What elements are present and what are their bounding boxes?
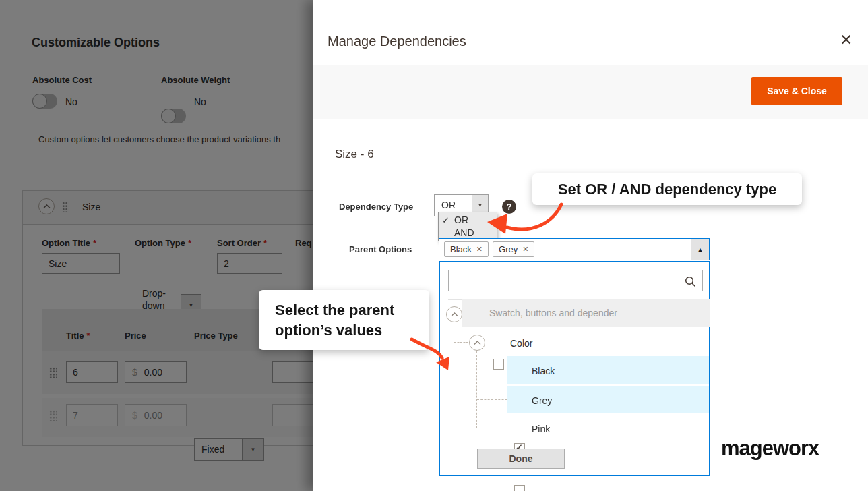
tree-connector	[477, 370, 511, 370]
group-row-swatch: Swatch, buttons and depender	[462, 299, 710, 327]
col-title-header: Title*	[66, 330, 90, 341]
divider	[448, 442, 702, 442]
page-title: Customizable Options	[32, 36, 160, 50]
option-card-title: Size	[82, 202, 100, 212]
menu-item-or[interactable]: ✓ OR	[439, 214, 497, 227]
sort-order-label: Sort Order*	[217, 238, 267, 248]
option-title-label: Option Title*	[42, 238, 96, 248]
tree-connector	[477, 399, 511, 400]
parent-options-label: Parent Options	[349, 244, 412, 254]
search-input[interactable]	[449, 270, 702, 291]
section-title: Size - 6	[335, 148, 374, 161]
option-type-label: Option Type*	[135, 238, 191, 248]
row-title-input[interactable]	[66, 361, 118, 383]
required-star: *	[188, 238, 191, 248]
currency-symbol: $	[132, 410, 137, 421]
price-value: 0.00	[144, 367, 162, 378]
drag-handle-icon[interactable]	[49, 410, 57, 421]
absolute-weight-label: Absolute Weight	[161, 75, 230, 85]
item-label: Pink	[532, 424, 550, 434]
absolute-cost-label: Absolute Cost	[32, 75, 92, 85]
tree-connector	[477, 428, 511, 428]
close-icon[interactable]: ✕	[840, 33, 852, 47]
search-icon	[685, 276, 696, 287]
tag-remove-icon[interactable]: ✕	[522, 245, 528, 254]
tag-black[interactable]: Black ✕	[444, 241, 489, 257]
required-star: *	[93, 238, 96, 248]
select-arrow-icon[interactable]: ▼	[242, 439, 264, 460]
tree-collapse-icon[interactable]	[469, 335, 485, 351]
sort-order-input[interactable]	[217, 253, 282, 274]
tree-collapse-icon[interactable]	[446, 306, 462, 322]
row-price-field[interactable]: $ 0.00	[125, 361, 187, 383]
check-icon: ✓	[442, 214, 450, 227]
required-star: *	[87, 330, 90, 341]
col-price-type-header: Price Type	[194, 330, 238, 341]
parent-options-multiselect[interactable]: Black ✕ Grey ✕ ▲	[439, 238, 710, 260]
dependency-type-label: Dependency Type	[339, 202, 413, 212]
done-button[interactable]: Done	[477, 449, 565, 469]
manage-dependencies-modal: Manage Dependencies ✕ Save & Close Size …	[313, 0, 868, 491]
callout-line: Select the parent	[275, 300, 429, 320]
item-label: Black	[532, 366, 555, 376]
required-label: Req	[295, 238, 312, 248]
option-title-input[interactable]	[42, 253, 120, 274]
multiselect-collapse-icon[interactable]: ▲	[691, 239, 709, 260]
currency-symbol: $	[132, 367, 137, 378]
tree-connector	[476, 351, 477, 428]
item-label: Grey	[532, 395, 552, 406]
tag-grey[interactable]: Grey ✕	[493, 241, 534, 257]
drag-handle-icon[interactable]	[49, 367, 57, 378]
drag-handle-icon[interactable]	[62, 202, 69, 212]
mageworx-logo: mageworx	[721, 436, 819, 461]
tree-connector	[454, 323, 454, 343]
item-label: Color	[510, 338, 532, 349]
custom-options-description: Custom options let customers choose the …	[38, 134, 280, 144]
callout-dependency-type: Set OR / AND dependency type	[532, 173, 802, 205]
option-type-value: Drop-down	[135, 283, 181, 312]
help-icon[interactable]: ?	[502, 200, 516, 214]
row-price-type-select[interactable]: Fixed ▼	[194, 438, 264, 461]
dependency-type-menu: ✓ OR AND	[438, 212, 497, 241]
price-value: 0.00	[144, 410, 162, 421]
required-star: *	[264, 238, 267, 248]
save-close-button[interactable]: Save & Close	[751, 77, 842, 105]
tree-connector	[454, 342, 468, 343]
row-title-input[interactable]	[66, 404, 118, 426]
item-checkbox[interactable]	[514, 485, 525, 491]
callout-parent-values: Select the parent option’s values	[259, 290, 429, 350]
modal-toolbar: Save & Close	[313, 65, 868, 119]
tag-remove-icon[interactable]: ✕	[476, 245, 483, 254]
col-price-header: Price	[125, 330, 146, 341]
row-price-field[interactable]: $ 0.00	[125, 404, 187, 426]
dropdown-search[interactable]	[448, 270, 703, 291]
callout-line: option’s values	[275, 320, 429, 341]
modal-title: Manage Dependencies	[328, 34, 466, 49]
collapse-chevron-icon[interactable]	[38, 198, 55, 214]
parent-options-dropdown: Swatch, buttons and depender Color Black	[439, 261, 710, 476]
item-checkbox[interactable]	[493, 359, 504, 370]
